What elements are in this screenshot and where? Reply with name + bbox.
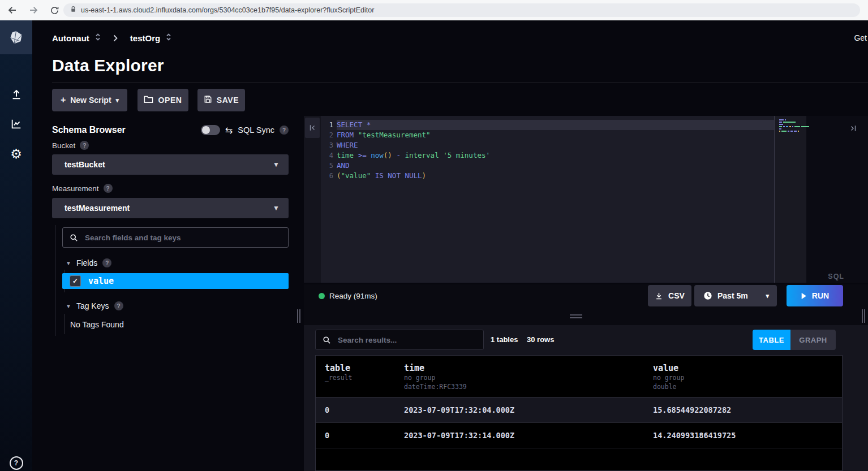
editor-minimap[interactable] bbox=[779, 119, 806, 133]
settings-gear-icon[interactable]: ⚙ bbox=[0, 142, 32, 165]
folder-icon bbox=[144, 95, 153, 105]
editor-gutter: 123456 bbox=[321, 120, 333, 181]
column-header: table_result bbox=[325, 363, 404, 397]
save-button[interactable]: SAVE bbox=[197, 89, 245, 111]
measurement-dropdown[interactable]: testMeasurement ▼ bbox=[52, 198, 289, 218]
table-cell: 2023-07-09T17:32:14.000Z bbox=[404, 431, 653, 440]
left-splitter-handle[interactable] bbox=[297, 309, 302, 323]
results-table-header: table_resulttimeno groupdateTime:RFC3339… bbox=[316, 356, 842, 397]
org-name[interactable]: Autonaut bbox=[52, 33, 89, 43]
measurement-help-icon[interactable]: ? bbox=[104, 184, 113, 193]
play-icon bbox=[801, 292, 807, 300]
results-table: table_resulttimeno groupdateTime:RFC3339… bbox=[315, 355, 843, 471]
line-number: 2 bbox=[321, 130, 333, 140]
code-line[interactable]: SELECT * bbox=[337, 120, 774, 130]
new-script-button[interactable]: + New Script ▾ bbox=[52, 89, 127, 111]
csv-button[interactable]: CSV bbox=[648, 285, 691, 306]
sql-sync-label: SQL Sync bbox=[238, 126, 274, 135]
run-button[interactable]: RUN bbox=[787, 285, 843, 306]
left-nav-rail: ⚙ ? bbox=[0, 20, 32, 471]
tag-keys-section-row[interactable]: ▼ Tag Keys ? bbox=[66, 301, 123, 310]
measurement-label: Measurement bbox=[52, 184, 99, 193]
results-search-input[interactable] bbox=[337, 335, 465, 345]
chevron-down-icon: ▾ bbox=[766, 292, 769, 300]
title-divider bbox=[52, 83, 868, 83]
column-header: timeno groupdateTime:RFC3339 bbox=[404, 363, 653, 397]
table-cell: 0 bbox=[325, 431, 404, 440]
line-number: 6 bbox=[321, 171, 333, 181]
code-line[interactable]: time >= now() - interval '5 minutes' bbox=[337, 150, 774, 161]
no-tags-text: No Tags Found bbox=[70, 320, 124, 329]
lock-icon bbox=[70, 5, 76, 15]
editor-code[interactable]: SELECT *FROM "testMeasurement"WHEREtime … bbox=[337, 120, 774, 181]
data-explorer-page: us-east-1-1.aws.cloud2.influxdata.com/or… bbox=[0, 0, 868, 471]
minimap-zone[interactable] bbox=[775, 116, 806, 283]
fields-help-icon[interactable]: ? bbox=[102, 258, 111, 267]
collapse-left-icon[interactable] bbox=[305, 118, 320, 138]
schema-search-input[interactable] bbox=[84, 233, 255, 243]
field-value-row[interactable]: ✓ value bbox=[62, 273, 289, 289]
sql-sync-toggle[interactable] bbox=[201, 125, 220, 135]
page-title: Data Explorer bbox=[52, 56, 164, 75]
bucket-label: Bucket bbox=[52, 141, 75, 150]
fields-label: Fields bbox=[76, 258, 97, 267]
line-number: 3 bbox=[321, 140, 333, 150]
results-search-box bbox=[315, 330, 484, 350]
org-switcher-icon[interactable] bbox=[95, 33, 101, 44]
url-text: us-east-1-1.aws.cloud2.influxdata.com/or… bbox=[81, 6, 374, 14]
right-splitter-handle[interactable] bbox=[862, 309, 866, 323]
suborg-name[interactable]: testOrg bbox=[130, 33, 160, 43]
dropdown-caret-icon: ▼ bbox=[273, 204, 280, 212]
time-range-dropdown[interactable]: Past 5m ▾ bbox=[694, 285, 777, 306]
horizontal-splitter[interactable] bbox=[304, 308, 868, 325]
breadcrumb: Autonaut testOrg bbox=[52, 31, 171, 45]
chevron-down-icon: ▾ bbox=[116, 97, 119, 104]
code-line[interactable]: AND bbox=[337, 161, 774, 171]
code-line[interactable]: ("value" IS NOT NULL) bbox=[337, 171, 774, 181]
back-icon[interactable] bbox=[4, 2, 21, 19]
query-status-bar: Ready (91ms) CSV Past 5m ▾ RUN bbox=[304, 284, 868, 308]
graph-view-button[interactable]: GRAPH bbox=[790, 330, 836, 350]
sql-sync-help-icon[interactable]: ? bbox=[280, 126, 289, 135]
load-data-upload-icon[interactable] bbox=[0, 83, 32, 106]
dropdown-caret-icon: ▼ bbox=[273, 161, 280, 168]
data-explorer-graph-icon[interactable] bbox=[0, 113, 32, 135]
language-badge: SQL bbox=[828, 273, 844, 280]
collapse-caret-icon[interactable]: ▼ bbox=[66, 303, 71, 309]
tables-count: 1 tables bbox=[491, 330, 518, 350]
sql-editor[interactable]: 123456 SELECT *FROM "testMeasurement"WHE… bbox=[304, 116, 868, 283]
fields-section-row[interactable]: ▼ Fields ? bbox=[66, 258, 111, 267]
help-icon[interactable]: ? bbox=[0, 452, 32, 471]
table-row: 02023-07-09T17:32:14.000Z14.240993186419… bbox=[316, 423, 842, 448]
download-icon bbox=[655, 292, 663, 300]
expand-right-icon[interactable] bbox=[846, 122, 860, 135]
field-value-checkbox[interactable]: ✓ bbox=[70, 275, 81, 287]
code-line[interactable]: WHERE bbox=[337, 140, 774, 150]
collapse-caret-icon[interactable]: ▼ bbox=[66, 260, 71, 266]
tree-indent-guide bbox=[55, 225, 55, 336]
table-cell: 14.240993186419725 bbox=[653, 431, 842, 440]
chevron-right-icon bbox=[113, 34, 118, 42]
table-cell: 0 bbox=[325, 405, 404, 414]
bucket-help-icon[interactable]: ? bbox=[80, 141, 89, 150]
reload-icon[interactable] bbox=[46, 2, 63, 19]
tree-indent-guide bbox=[64, 314, 65, 334]
results-table-body: 02023-07-09T17:32:04.000Z15.685449220872… bbox=[316, 397, 842, 448]
open-button[interactable]: OPEN bbox=[137, 89, 188, 111]
influxdb-logo[interactable] bbox=[0, 20, 32, 54]
bucket-dropdown[interactable]: testBucket ▼ bbox=[52, 154, 289, 175]
code-line[interactable]: FROM "testMeasurement" bbox=[337, 130, 774, 140]
line-number: 1 bbox=[321, 120, 333, 130]
line-number: 5 bbox=[321, 161, 333, 171]
url-bar[interactable]: us-east-1-1.aws.cloud2.influxdata.com/or… bbox=[63, 3, 860, 17]
get-credit-link[interactable]: Get bbox=[854, 33, 867, 42]
table-view-button[interactable]: TABLE bbox=[753, 330, 790, 350]
plus-icon: + bbox=[61, 95, 66, 105]
editor-left-strip bbox=[304, 116, 321, 283]
suborg-switcher-icon[interactable] bbox=[166, 33, 171, 44]
forward-icon[interactable] bbox=[25, 2, 42, 19]
tag-keys-help-icon[interactable]: ? bbox=[114, 301, 123, 310]
sync-arrows-icon: ⇆ bbox=[225, 125, 233, 136]
table-cell: 15.68544922087282 bbox=[653, 405, 842, 414]
table-row: 02023-07-09T17:32:04.000Z15.685449220872… bbox=[316, 397, 842, 423]
